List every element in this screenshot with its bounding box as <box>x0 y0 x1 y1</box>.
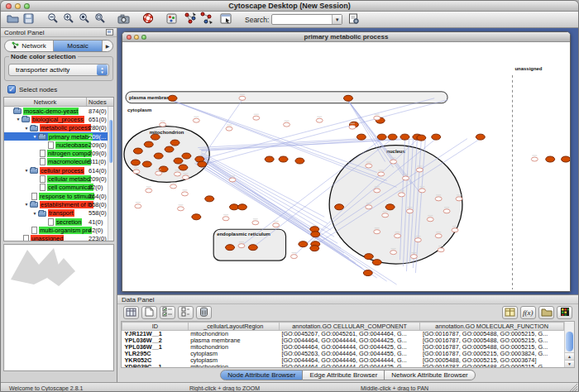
network-node[interactable] <box>390 160 397 164</box>
network-tree-row[interactable]: ▼establishment of lo558(0) <box>4 200 108 208</box>
close-icon[interactable] <box>6 3 12 9</box>
network-node[interactable] <box>226 127 232 131</box>
network-node[interactable] <box>279 156 288 162</box>
minimize-icon[interactable] <box>15 3 21 9</box>
network-node[interactable] <box>165 146 174 152</box>
table-scrollbar[interactable]: ▲ ▼ <box>564 322 574 367</box>
table-row[interactable]: YDR039C__1mitochondrion[GO:0044464, GO:0… <box>122 364 564 368</box>
network-node[interactable] <box>435 234 442 238</box>
network-node[interactable] <box>402 176 409 180</box>
search-settings-button[interactable] <box>346 12 361 26</box>
network-canvas[interactable]: plasma membranecytoplasmmitochondrionnuc… <box>122 42 570 291</box>
network-node[interactable] <box>144 141 153 147</box>
network-node[interactable] <box>406 209 413 213</box>
network-node[interactable] <box>131 160 140 165</box>
snapshot-button[interactable] <box>116 12 132 26</box>
network-node[interactable] <box>168 95 177 101</box>
table-row[interactable]: YPL036W__1mitochondrion[GO:0044464, GO:0… <box>122 344 564 351</box>
network-node[interactable] <box>156 171 162 175</box>
table-scrollbar-thumb[interactable] <box>566 332 573 351</box>
zoom-out-button[interactable] <box>45 12 60 26</box>
network-view-window[interactable]: primary metabolic process plasma membran… <box>122 31 571 292</box>
attribute-matrix-button[interactable] <box>557 306 572 319</box>
network-node[interactable] <box>252 221 259 225</box>
open-button[interactable] <box>5 12 21 26</box>
network-node[interactable] <box>151 134 160 140</box>
network-node[interactable] <box>142 161 151 167</box>
tree-scrollbar-thumb[interactable] <box>109 120 112 163</box>
table-row[interactable]: YLR295Ccytoplasm[GO:0045263, GO:0044464,… <box>122 351 564 357</box>
scroll-up-icon[interactable]: ▲ <box>565 352 574 360</box>
network-node[interactable] <box>238 244 245 248</box>
network-node[interactable] <box>181 192 188 196</box>
network-node[interactable] <box>290 255 297 259</box>
network-node[interactable] <box>562 156 570 162</box>
network-tree-row[interactable]: response to stimulu264(0) <box>4 192 108 200</box>
network-tree-row[interactable]: ▼transport558(0) <box>4 209 108 218</box>
network-node[interactable] <box>311 232 320 237</box>
network-node[interactable] <box>175 172 181 176</box>
network-tree-row[interactable]: ▼biological_process651(0) <box>4 115 108 123</box>
tab-node-attribute-browser[interactable]: Node Attribute Browser <box>220 370 303 380</box>
tab-network[interactable]: Network <box>5 41 53 51</box>
network-node[interactable] <box>198 161 207 167</box>
network-node[interactable] <box>170 184 177 189</box>
network-node[interactable] <box>417 135 426 141</box>
network-modify-button[interactable] <box>183 12 199 26</box>
zoom-window-icon[interactable] <box>24 3 30 9</box>
network-node[interactable] <box>178 207 184 211</box>
network-node[interactable] <box>390 251 397 255</box>
network-node[interactable] <box>133 170 140 174</box>
network-tree-row[interactable]: mosaic-demo-yeast874(0) <box>4 107 108 115</box>
scroll-down-icon[interactable]: ▼ <box>565 360 574 367</box>
network-node[interactable] <box>419 189 425 193</box>
network-node[interactable] <box>284 122 290 127</box>
table-column-header[interactable]: _cellularLayoutRegion <box>188 323 279 331</box>
help-button[interactable] <box>140 12 156 26</box>
network-node[interactable] <box>399 193 405 197</box>
network-node[interactable] <box>230 204 239 210</box>
network-node[interactable] <box>273 223 280 227</box>
table-row[interactable]: YPL036W__2plasma membrane[GO:0044464, GO… <box>122 337 564 344</box>
network-node[interactable] <box>182 175 189 179</box>
network-node[interactable] <box>416 168 423 172</box>
search-dropdown-arrow[interactable]: ▼ <box>332 15 342 24</box>
table-column-header[interactable]: ID <box>122 323 189 331</box>
network-node[interactable] <box>193 118 199 122</box>
network-node[interactable] <box>366 205 372 209</box>
network-node[interactable] <box>364 254 373 260</box>
network-node[interactable] <box>160 122 166 127</box>
new-attribute-button[interactable] <box>141 306 157 319</box>
select-nodes-checkbox[interactable]: ✓ Select nodes <box>1 83 117 95</box>
network-node[interactable] <box>239 96 246 100</box>
network-node[interactable] <box>182 153 191 159</box>
network-node[interactable] <box>356 134 366 140</box>
network-node[interactable] <box>366 164 372 168</box>
network-node[interactable] <box>395 234 401 238</box>
network-node[interactable] <box>344 95 353 101</box>
expander-icon[interactable]: ▼ <box>15 117 22 122</box>
import-attributes-button[interactable] <box>538 306 554 319</box>
network-tree-row[interactable]: secretion41(0) <box>4 218 108 226</box>
search-input[interactable]: ▼ <box>271 14 342 25</box>
tab-mosaic[interactable]: Mosaic <box>53 41 102 51</box>
network-node[interactable] <box>295 158 304 164</box>
vizmapper-button[interactable] <box>164 12 179 26</box>
view-minimize-icon[interactable] <box>134 35 139 40</box>
network-tree-row[interactable]: ▼metabolic process280(0) <box>4 124 108 132</box>
network-tree-row[interactable]: unassigned223(0) <box>4 234 108 241</box>
network-view-titlebar[interactable]: primary metabolic process <box>122 32 570 42</box>
network-node[interactable] <box>452 228 458 232</box>
expander-icon[interactable]: ▼ <box>31 134 38 139</box>
tab-edge-attribute-browser[interactable]: Edge Attribute Browser <box>303 370 385 380</box>
network-node[interactable] <box>205 196 214 202</box>
tree-column-nodes[interactable]: Nodes <box>87 98 113 106</box>
network-tree-row[interactable]: macromolecule311(0) <box>4 158 108 166</box>
attribute-table[interactable]: ID_cellularLayoutRegionannotation.GO CEL… <box>122 322 564 368</box>
tab-network-attribute-browser[interactable]: Network Attribute Browser <box>385 370 475 380</box>
expander-icon[interactable]: ▼ <box>23 126 30 131</box>
network-node[interactable] <box>546 156 555 162</box>
network-node[interactable] <box>414 238 421 242</box>
network-node[interactable] <box>265 156 274 162</box>
network-node[interactable] <box>377 134 386 140</box>
